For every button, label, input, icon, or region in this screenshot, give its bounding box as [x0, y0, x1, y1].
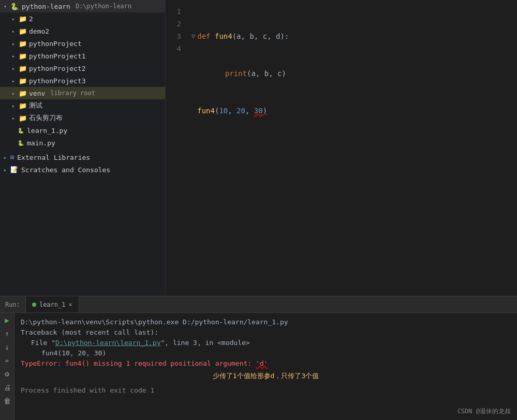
- line-num-4: 4: [166, 42, 181, 55]
- project-path: D:\python-learn: [76, 3, 131, 10]
- line-num-3: 3: [166, 30, 181, 42]
- project-icon: 🐍: [10, 3, 19, 10]
- extlib-arrow: ▸: [2, 154, 8, 160]
- tab-learn1[interactable]: learn_1 ×: [26, 296, 79, 312]
- kw-def: def: [197, 30, 215, 42]
- output-line4: fun4(10, 20, 30): [41, 348, 511, 358]
- output-line2: Traceback (most recent call last):: [21, 327, 511, 338]
- output-line5: TypeError: fun4() missing 1 required pos…: [21, 358, 511, 369]
- folder-pp-icon: 📁: [19, 39, 27, 48]
- scratches-label: Scratches and Consoles: [21, 166, 110, 174]
- watermark: CSDN @退休的龙叔: [457, 407, 511, 416]
- project-arrow: ▾: [2, 3, 8, 9]
- error-prefix: TypeError: fun4() missing 1 required pos…: [21, 359, 256, 367]
- tab-close-button[interactable]: ×: [68, 301, 72, 308]
- console-output: D:\python-learn\venv\Scripts\python.exe …: [14, 313, 517, 420]
- extlib-label: External Libraries: [17, 154, 90, 161]
- folder-pp2-icon: 📁: [19, 64, 27, 72]
- run-label: Run:: [0, 296, 26, 312]
- sidebar-item-demo2[interactable]: ▸ 📁 demo2: [0, 25, 165, 37]
- run-toolbar: ▶ ↑ ↓ ⇌ ⚙ 🖨 🗑: [0, 313, 14, 420]
- main-pyicon: 🐍: [17, 139, 25, 147]
- comma2: ,: [245, 104, 254, 117]
- note-text: 少传了1个值给形参d，只传了3个值: [213, 372, 319, 380]
- sidebar-item-scratches[interactable]: ▸ 📝 Scratches and Consoles: [0, 163, 165, 176]
- folder-demo2-icon: 📁: [19, 27, 27, 35]
- folder-pp2-label: pythonProject2: [29, 65, 86, 72]
- scissors-label: 石头剪刀布: [29, 113, 63, 123]
- code-line-4: [191, 142, 517, 150]
- folder-pp1-icon: 📁: [19, 52, 27, 60]
- code-line-3: ▽fun4(10, 20, 30): [191, 104, 517, 117]
- bottom-panel: Run: learn_1 × ▶ ↑ ↓ ⇌ ⚙ 🖨 🗑 D:\python-l…: [0, 296, 517, 420]
- line3-suffix: ", line 3, in <module>: [160, 339, 249, 347]
- wrap-button[interactable]: ⇌: [2, 355, 12, 366]
- settings-icon[interactable]: ⚙: [2, 369, 12, 379]
- sidebar-item-learn1[interactable]: 🐍 learn_1.py: [0, 124, 165, 137]
- process-end-line: Process finished with exit code 1: [21, 385, 511, 396]
- test-icon: 📁: [19, 101, 27, 110]
- run-button[interactable]: ▶: [2, 315, 12, 325]
- line3-prefix: File ": [31, 339, 55, 347]
- folder-2-arrow: ▸: [10, 16, 17, 22]
- line-num-2: 2: [166, 18, 181, 30]
- sidebar-item-pythonproject[interactable]: ▸ 📁 pythonProject: [0, 37, 165, 50]
- call-close: ): [263, 104, 267, 117]
- output-line1: D:\python-learn\venv\Scripts\python.exe …: [21, 317, 511, 327]
- editor-content: 1 2 3 4 ▽def fun4(a, b, c, d): ▽ print(a…: [166, 0, 517, 150]
- func-name: fun4: [215, 30, 232, 42]
- tab-learn1-label: learn_1: [39, 301, 66, 308]
- folder-2-label: 2: [29, 15, 33, 23]
- scratches-icon: 📝: [10, 166, 18, 173]
- folder-demo2-label: demo2: [29, 27, 49, 35]
- sidebar-item-pythonproject1[interactable]: ▸ 📁 pythonProject1: [0, 50, 165, 62]
- sidebar-item-external-libraries[interactable]: ▸ ⊞ External Libraries: [0, 151, 165, 163]
- sidebar: ▾ 🐍 python-learn D:\python-learn ▸ 📁 2 ▸…: [0, 0, 166, 296]
- line-numbers: 1 2 3 4: [166, 4, 186, 150]
- scissors-arrow: ▸: [10, 115, 17, 121]
- print-icon[interactable]: 🖨: [2, 382, 12, 393]
- error-highlight: 'd': [256, 359, 268, 367]
- params: (a, b, c, d):: [232, 30, 289, 42]
- sidebar-item-test[interactable]: ▸ 📁 测试: [0, 99, 165, 112]
- fold-icon-1: ▽: [191, 30, 195, 42]
- scissors-icon: 📁: [19, 114, 27, 122]
- venv-arrow: ▸: [10, 90, 17, 96]
- line-num-1: 1: [166, 5, 181, 18]
- code-line-1: ▽def fun4(a, b, c, d):: [191, 30, 517, 42]
- scroll-up-button[interactable]: ↑: [2, 328, 12, 339]
- test-arrow: ▸: [10, 102, 17, 109]
- venv-sublabel: library root: [50, 89, 95, 97]
- line3-link[interactable]: D:\python-learn\learn_1.py: [55, 339, 161, 347]
- comma1: ,: [228, 104, 237, 117]
- arg1: 10: [219, 104, 228, 117]
- note-line: 少传了1个值给形参d，只传了3个值: [21, 371, 511, 381]
- folder-demo2-arrow: ▸: [10, 28, 17, 34]
- editor-empty: [166, 150, 517, 296]
- sidebar-item-2[interactable]: ▸ 📁 2: [0, 12, 165, 25]
- code-area[interactable]: ▽def fun4(a, b, c, d): ▽ print(a, b, c) …: [186, 4, 517, 150]
- call-fun4: fun4: [197, 104, 215, 117]
- sidebar-item-project[interactable]: ▾ 🐍 python-learn D:\python-learn: [0, 0, 165, 12]
- test-label: 测试: [29, 101, 42, 110]
- venv-icon: 📁: [19, 89, 27, 97]
- venv-label: venv: [29, 89, 45, 97]
- sidebar-item-pythonproject3[interactable]: ▸ 📁 pythonProject3: [0, 74, 165, 87]
- folder-pp2-arrow: ▸: [10, 65, 17, 71]
- project-label: python-learn: [22, 3, 70, 10]
- call-args-open: (: [215, 104, 219, 117]
- trash-icon[interactable]: 🗑: [2, 396, 12, 406]
- sidebar-item-venv[interactable]: ▸ 📁 venv library root: [0, 87, 165, 99]
- arg3: 30: [254, 104, 263, 117]
- sidebar-item-pythonproject2[interactable]: ▸ 📁 pythonProject2: [0, 62, 165, 74]
- folder-pp-arrow: ▸: [10, 40, 17, 47]
- print-args: (a, b, c): [247, 67, 286, 80]
- extlib-icon: ⊞: [10, 154, 14, 161]
- folder-2-icon: 📁: [19, 14, 27, 23]
- sidebar-item-main[interactable]: 🐍 main.py: [0, 137, 165, 149]
- code-line-2: ▽ print(a, b, c): [191, 67, 517, 80]
- run-panel-content: ▶ ↑ ↓ ⇌ ⚙ 🖨 🗑 D:\python-learn\venv\Scrip…: [0, 313, 517, 420]
- sidebar-item-scissors[interactable]: ▸ 📁 石头剪刀布: [0, 112, 165, 124]
- scroll-down-button[interactable]: ↓: [2, 342, 12, 352]
- scratches-arrow: ▸: [2, 167, 8, 173]
